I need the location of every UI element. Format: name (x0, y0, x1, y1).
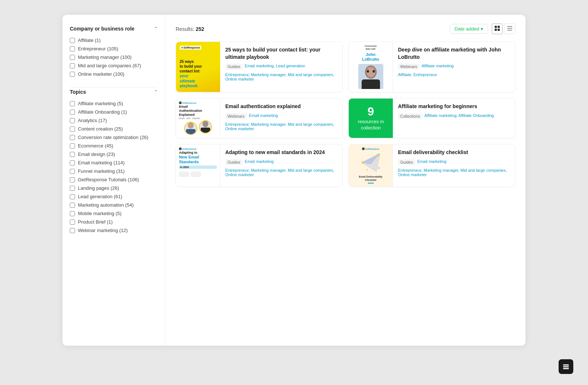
label-lead-generation: Lead generation (61) (78, 194, 122, 199)
card-4-topic-tag[interactable]: Affiliate marketing, Affiliate Onboardin… (424, 113, 494, 118)
checkbox-entrepreneur[interactable] (70, 46, 75, 51)
card-2-role[interactable]: Affiliate, Entrepreneur (398, 72, 437, 77)
checkbox-online-marketer[interactable] (70, 72, 75, 77)
filter-item-webinar-marketing[interactable]: Webinar marketing (12) (70, 226, 158, 235)
checkbox-mobile-marketing[interactable] (70, 211, 75, 216)
filter-item-email-marketing[interactable]: Email marketing (114) (70, 158, 158, 167)
svg-rect-13 (186, 129, 196, 134)
company-chevron-icon[interactable]: ⌃ (154, 26, 158, 31)
svg-rect-15 (201, 128, 210, 133)
checkbox-affiliate[interactable] (70, 38, 75, 43)
filter-item-mid-large[interactable]: Mid and large companies (67) (70, 61, 158, 70)
checkbox-marketing-manager[interactable] (70, 55, 75, 60)
filter-item-affiliate-onboarding[interactable]: Affiliate Onboarding (1) (70, 108, 158, 116)
filter-item-landing-pages[interactable]: Landing pages (26) (70, 184, 158, 192)
card-6-topic-tag[interactable]: Email marketing (417, 159, 447, 164)
stacked-layers-icon (562, 363, 570, 370)
card-3-role-tags: Entrepreneur, Marketing manager, Mid and… (225, 122, 337, 131)
speaker-avatar-1 (185, 122, 196, 134)
card-3-role[interactable]: Entrepreneur, Marketing manager, Mid and… (225, 122, 337, 131)
grid-view-button[interactable] (492, 24, 503, 34)
filter-item-cro[interactable]: Conversion rate optimization (26) (70, 133, 158, 142)
checkbox-affiliate-marketing[interactable] (70, 101, 75, 106)
topics-filter-items: Affiliate marketing (5) Affiliate Onboar… (70, 99, 158, 235)
card-5-role[interactable]: Entrepreneur, Marketing manager, Mid and… (225, 168, 337, 177)
results-label: Results: (176, 26, 194, 32)
label-funnel-marketing: Funnel marketing (31) (78, 168, 125, 174)
card-2-body: Deep dive on affiliate marketing with Jo… (393, 42, 515, 92)
filter-item-funnel-marketing[interactable]: Funnel marketing (31) (70, 167, 158, 175)
sidebar: Company or business role ⌃ Affiliate (1)… (62, 15, 165, 346)
label-email-design: Email design (23) (78, 151, 115, 157)
checkbox-webinar-marketing[interactable] (70, 228, 75, 233)
svg-rect-22 (563, 364, 569, 366)
svg-point-14 (202, 121, 208, 127)
checkbox-mid-large[interactable] (70, 63, 75, 68)
svg-rect-0 (495, 26, 497, 28)
filter-item-mobile-marketing[interactable]: Mobile marketing (5) (70, 209, 158, 218)
floating-action-button[interactable] (559, 359, 573, 374)
card-john-lobrutto[interactable]: CommunityQ&A with JohnLoBrutto (348, 42, 515, 92)
label-affiliate-marketing: Affiliate marketing (5) (78, 101, 123, 106)
card-1-tag-guides[interactable]: Guides (225, 64, 243, 69)
filter-item-online-marketer[interactable]: Online marketer (100) (70, 70, 158, 78)
card-5-role-tags: Entrepreneur, Marketing manager, Mid and… (225, 168, 337, 177)
filter-item-affiliate[interactable]: Affiliate (1) (70, 36, 158, 44)
company-filter-items: Affiliate (1) Entrepreneur (105) Marketi… (70, 36, 158, 78)
checkbox-cro[interactable] (70, 135, 75, 140)
filter-item-marketing-automation[interactable]: Marketing automation (54) (70, 201, 158, 209)
checkbox-affiliate-onboarding[interactable] (70, 110, 75, 115)
card-email-auth[interactable]: ⬛ GetResponse EmailAuthenticationExplain… (176, 98, 343, 138)
svg-rect-3 (498, 29, 500, 31)
card-6-body: Email deliverability checklist Guides Em… (393, 145, 515, 186)
card-5-topic-tag[interactable]: Email marketing (245, 159, 274, 164)
checkbox-email-design[interactable] (70, 152, 75, 157)
card-affiliate-beginners[interactable]: 9 resources in collection Affiliate mark… (348, 98, 515, 138)
card-1-role[interactable]: Entrepreneur, Marketing manager, Mid and… (225, 72, 337, 81)
topics-chevron-icon[interactable]: ⌃ (154, 89, 158, 95)
svg-rect-5 (507, 28, 512, 29)
label-entrepreneur: Entrepreneur (105) (78, 46, 118, 51)
checkbox-funnel-marketing[interactable] (70, 169, 75, 174)
card-6-role[interactable]: Entrepreneur, Marketing manager, Mid and… (398, 168, 510, 177)
card-5-thumbnail: ⬛ GetResponse Adapting to New EmailStand… (176, 145, 220, 186)
list-view-button[interactable] (504, 24, 515, 34)
card-4-tag-collections[interactable]: Collections (398, 113, 422, 119)
checkbox-content-creation[interactable] (70, 126, 75, 132)
filter-item-getresponse-tutorials[interactable]: GetResponse Tutorials (106) (70, 175, 158, 184)
card-6-tag-guides[interactable]: Guides (398, 159, 415, 165)
filter-item-product-brief[interactable]: Product Brief (1) (70, 218, 158, 226)
card-3-topic-tag[interactable]: Email marketing (249, 113, 278, 118)
checkbox-lead-generation[interactable] (70, 194, 75, 199)
card-3-tag-webinars[interactable]: Webinars (225, 113, 247, 119)
checkbox-analytics[interactable] (70, 118, 75, 123)
filter-item-affiliate-marketing[interactable]: Affiliate marketing (5) (70, 99, 158, 108)
filter-item-marketing-manager[interactable]: Marketing manager (100) (70, 53, 158, 61)
speaker-avatar-2 (200, 120, 211, 133)
card-25-ways[interactable]: ■ GetResponse 25 waysto build yourcontac… (176, 42, 343, 92)
card-2-tag-webinars[interactable]: Webinars (398, 64, 419, 69)
card-5-tag-guides[interactable]: Guides (225, 159, 243, 165)
label-marketing-automation: Marketing automation (54) (78, 202, 134, 208)
checkbox-product-brief[interactable] (70, 220, 75, 225)
card-2-topic-tag[interactable]: Affiliate marketing (422, 64, 453, 68)
filter-item-content-creation[interactable]: Content creation (25) (70, 125, 158, 133)
svg-point-18 (362, 161, 364, 164)
content-header: Results: 252 Date added ▾ (176, 24, 515, 34)
checkbox-marketing-automation[interactable] (70, 203, 75, 208)
card-1-topic-tag[interactable]: Email marketing, Lead generation (245, 64, 305, 68)
filter-item-ecommerce[interactable]: Ecommerce (45) (70, 142, 158, 150)
filter-item-analytics[interactable]: Analytics (17) (70, 116, 158, 125)
checkbox-ecommerce[interactable] (70, 143, 75, 149)
checkbox-landing-pages[interactable] (70, 186, 75, 191)
card-deliverability[interactable]: ⬛ GetResponse Email DeliverabilityCheckl… (348, 144, 515, 186)
card-4-body: Affiliate marketing for beginners Collec… (393, 99, 515, 138)
card-adapting-email[interactable]: ⬛ GetResponse Adapting to New EmailStand… (176, 144, 343, 186)
date-added-button[interactable]: Date added ▾ (450, 24, 488, 34)
filter-item-email-design[interactable]: Email design (23) (70, 150, 158, 158)
checkbox-email-marketing[interactable] (70, 160, 75, 165)
checkbox-getresponse-tutorials[interactable] (70, 177, 75, 182)
filter-item-entrepreneur[interactable]: Entrepreneur (105) (70, 44, 158, 53)
filter-item-lead-generation[interactable]: Lead generation (61) (70, 192, 158, 201)
label-analytics: Analytics (17) (78, 118, 107, 123)
